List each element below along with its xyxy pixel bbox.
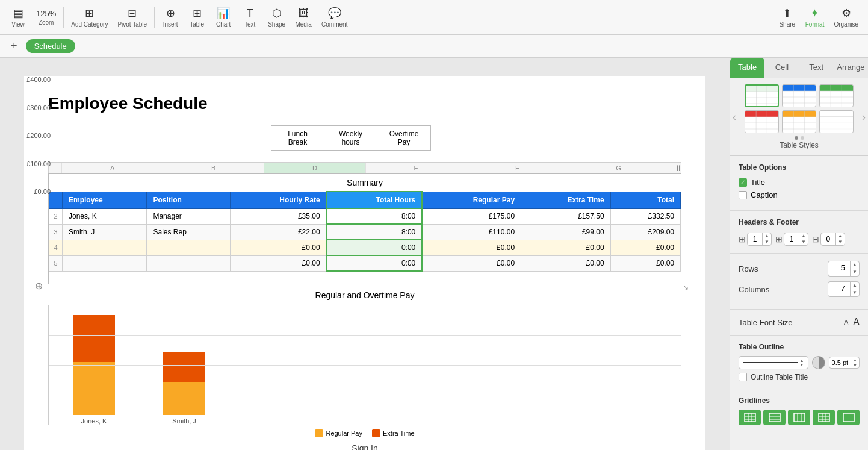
rows-up[interactable]: ▲: [851, 261, 859, 269]
cols-down[interactable]: ▼: [851, 289, 859, 296]
organise-btn[interactable]: ⚙ Organise: [829, 4, 863, 30]
font-size-small[interactable]: A: [844, 319, 848, 326]
cell-total[interactable]: £0.00: [610, 240, 680, 255]
add-row-btn[interactable]: ⊕: [35, 280, 43, 292]
media-label: Media: [295, 21, 311, 28]
outline-line-picker[interactable]: ▲ ▼: [739, 356, 808, 369]
footer-rows-up[interactable]: ▲: [836, 233, 845, 239]
tab-text[interactable]: Text: [799, 58, 834, 78]
header-rows-down[interactable]: ▼: [763, 239, 771, 245]
format-btn[interactable]: ✦ Format: [801, 4, 829, 30]
header-cols-down[interactable]: ▼: [799, 239, 808, 245]
text-btn[interactable]: T Text: [237, 5, 263, 30]
schedule-tab[interactable]: Schedule: [26, 39, 75, 53]
styles-next-btn[interactable]: ›: [860, 111, 868, 123]
outline-pt-btns: ▲ ▼: [851, 357, 859, 368]
header-extra: Extra Time: [521, 192, 611, 208]
svg-rect-38: [769, 413, 780, 422]
share-btn[interactable]: ⬆ Share: [774, 4, 801, 30]
pause-icon[interactable]: ⏸: [674, 163, 683, 173]
cell-hours[interactable]: 0:00: [327, 240, 423, 255]
cell-extra[interactable]: £0.00: [521, 240, 611, 255]
outline-pt-up[interactable]: ▲: [851, 357, 859, 363]
col-g: G: [568, 163, 669, 173]
cell-regular[interactable]: £175.00: [422, 208, 521, 224]
rows-down[interactable]: ▼: [851, 269, 859, 276]
cell-extra[interactable]: £157.50: [521, 208, 611, 224]
cell-regular[interactable]: £0.00: [422, 240, 521, 255]
cell-hours[interactable]: 0:00: [327, 255, 423, 271]
cell-employee[interactable]: Smith, J: [63, 224, 147, 240]
gridlines-all-btn[interactable]: [739, 410, 761, 425]
styles-prev-btn[interactable]: ‹: [730, 111, 739, 123]
styles-grid-container: [745, 84, 854, 133]
zoom-control[interactable]: 125% Zoom: [31, 7, 61, 28]
table-btn[interactable]: ⊞ Table: [184, 4, 210, 30]
chart-btn[interactable]: 📊 Chart: [210, 4, 237, 30]
font-size-large[interactable]: A: [853, 317, 860, 328]
media-btn[interactable]: 🖼 Media: [290, 5, 317, 30]
cell-total[interactable]: £209.00: [610, 224, 680, 240]
resize-handle[interactable]: ↘: [683, 283, 689, 292]
outline-title-checkbox[interactable]: [739, 373, 747, 381]
cell-position[interactable]: Sales Rep: [147, 224, 230, 240]
header-rows-control: ⊞ 1 ▲ ▼: [739, 233, 772, 246]
footer-rows-down[interactable]: ▼: [836, 239, 845, 245]
table-style-4[interactable]: [745, 110, 779, 133]
outline-pt-down[interactable]: ▼: [851, 363, 859, 368]
table-style-1[interactable]: [745, 84, 779, 107]
outline-color-picker[interactable]: [812, 356, 825, 369]
gridlines-outer-btn[interactable]: [837, 410, 860, 425]
cell-regular[interactable]: £0.00: [422, 255, 521, 271]
header-cols-up[interactable]: ▲: [799, 233, 808, 239]
cell-total[interactable]: £332.50: [610, 208, 680, 224]
caption-checkbox-row: Caption: [739, 190, 860, 199]
cell-position[interactable]: Manager: [147, 208, 230, 224]
header-rows-up[interactable]: ▲: [763, 233, 771, 239]
cell-hourly[interactable]: £0.00: [230, 255, 327, 271]
sidebar-toggle[interactable]: ▤ View: [5, 4, 31, 30]
comment-btn[interactable]: 💬 Comment: [317, 4, 352, 30]
pivot-table-label: Pivot Table: [117, 21, 147, 28]
tab-arrange[interactable]: Arrange: [834, 58, 868, 78]
chart-label: Chart: [216, 21, 231, 28]
tab-table[interactable]: Table: [730, 58, 764, 78]
add-sheet-btn[interactable]: +: [7, 39, 21, 54]
cell-position[interactable]: [147, 240, 230, 255]
add-category-label: Add Category: [71, 21, 108, 28]
table-style-3[interactable]: [819, 84, 854, 107]
cell-employee[interactable]: Jones, K: [63, 208, 147, 224]
header-cols-stepper: 1 ▲ ▼: [784, 233, 808, 246]
table-style-2[interactable]: [782, 84, 816, 107]
gridlines-horizontal-btn[interactable]: [763, 410, 786, 425]
cell-employee[interactable]: [63, 255, 147, 271]
cell-position[interactable]: [147, 255, 230, 271]
cell-extra[interactable]: £0.00: [521, 255, 611, 271]
gridlines-cols-btn[interactable]: [788, 410, 810, 425]
shape-btn[interactable]: ⬡ Shape: [263, 4, 290, 30]
caption-checkbox[interactable]: [739, 191, 747, 199]
table-style-5[interactable]: [782, 110, 816, 133]
cell-total[interactable]: £0.00: [610, 255, 680, 271]
shape-label: Shape: [268, 21, 285, 28]
legend-extra-label: Extra Time: [383, 430, 415, 437]
cell-employee[interactable]: [63, 240, 147, 255]
table-style-6[interactable]: [819, 110, 854, 133]
cell-hourly[interactable]: £35.00: [230, 208, 327, 224]
gridlines-section: Gridlines: [730, 389, 868, 433]
col-a: A: [62, 163, 163, 173]
floating-header-overtime: OvertimePay: [377, 126, 430, 150]
title-checkbox[interactable]: ✓: [739, 178, 747, 187]
cols-up[interactable]: ▲: [851, 282, 859, 289]
pivot-table-btn[interactable]: ⊟ Pivot Table: [113, 4, 152, 30]
tab-cell[interactable]: Cell: [764, 58, 799, 78]
gridlines-none-btn[interactable]: [813, 410, 835, 425]
cell-hours[interactable]: 8:00: [327, 208, 423, 224]
add-category-btn[interactable]: ⊞ Add Category: [66, 4, 113, 30]
cell-regular[interactable]: £110.00: [422, 224, 521, 240]
cell-hours[interactable]: 8:00: [327, 224, 423, 240]
cell-extra[interactable]: £99.00: [521, 224, 611, 240]
insert-btn[interactable]: ⊕ Insert: [157, 4, 184, 30]
cell-hourly[interactable]: £0.00: [230, 240, 327, 255]
cell-hourly[interactable]: £22.00: [230, 224, 327, 240]
